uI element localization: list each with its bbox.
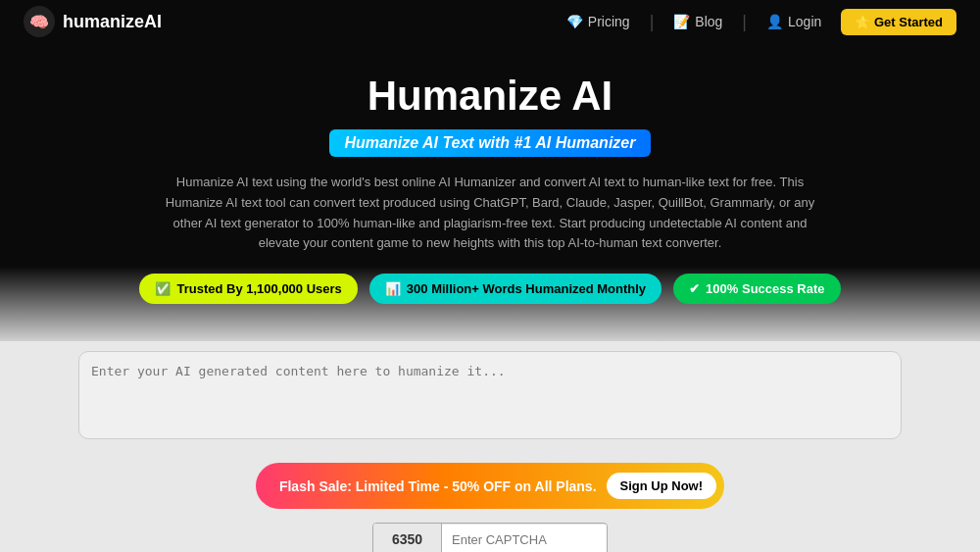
badge-users: ✅ Trusted By 1,100,000 Users: [139, 274, 357, 304]
flash-sale-banner: Flash Sale: Limited Time - 50% OFF on Al…: [256, 463, 724, 509]
logo-icon: 🧠: [24, 6, 55, 37]
logo-text: humanizeAI: [63, 12, 162, 32]
hero-subtitle: Humanize AI Text with #1 AI Humanizer: [345, 134, 636, 151]
captcha-input[interactable]: [442, 525, 608, 552]
check-icon: ✅: [155, 281, 171, 296]
user-icon: 👤: [766, 14, 783, 29]
get-started-button[interactable]: ⭐ Get Started: [841, 9, 956, 35]
nav-link-blog[interactable]: 📝 Blog: [673, 14, 722, 29]
nav-divider-2: |: [742, 12, 747, 32]
captcha-row: 6350: [372, 523, 608, 552]
hero-section: Humanize AI Humanize AI Text with #1 AI …: [0, 43, 980, 341]
hero-title: Humanize AI: [20, 73, 960, 120]
sign-up-now-button[interactable]: Sign Up Now!: [607, 473, 717, 499]
navbar: 🧠 humanizeAI 💎 Pricing | 📝 Blog | 👤 Logi…: [0, 0, 980, 43]
tick-icon: ✔: [689, 281, 700, 296]
nav-link-pricing[interactable]: 💎 Pricing: [566, 14, 630, 29]
bottom-section: 6350 Humanize AI Use Again: [0, 517, 980, 552]
diamond-icon: 💎: [566, 14, 583, 29]
hero-description: Humanize AI text using the world's best …: [157, 173, 823, 254]
nav-link-login[interactable]: 👤 Login: [766, 14, 821, 29]
chart-icon: 📊: [385, 281, 401, 296]
logo[interactable]: 🧠 humanizeAI: [24, 6, 162, 37]
nav-divider-1: |: [650, 12, 655, 32]
input-section: [0, 341, 980, 453]
hero-subtitle-wrapper: Humanize AI Text with #1 AI Humanizer: [329, 129, 652, 157]
badges-row: ✅ Trusted By 1,100,000 Users 📊 300 Milli…: [20, 274, 960, 304]
badge-words: 📊 300 Million+ Words Humanized Monthly: [369, 274, 662, 304]
ai-text-input[interactable]: [78, 351, 902, 439]
blog-icon: 📝: [673, 14, 690, 29]
badge-success: ✔ 100% Success Rate: [673, 274, 840, 304]
flash-sale-wrapper: Flash Sale: Limited Time - 50% OFF on Al…: [0, 453, 980, 517]
flash-sale-text: Flash Sale: Limited Time - 50% OFF on Al…: [279, 478, 597, 494]
captcha-code: 6350: [373, 524, 442, 552]
nav-links: 💎 Pricing | 📝 Blog | 👤 Login ⭐ Get Start…: [566, 9, 956, 35]
